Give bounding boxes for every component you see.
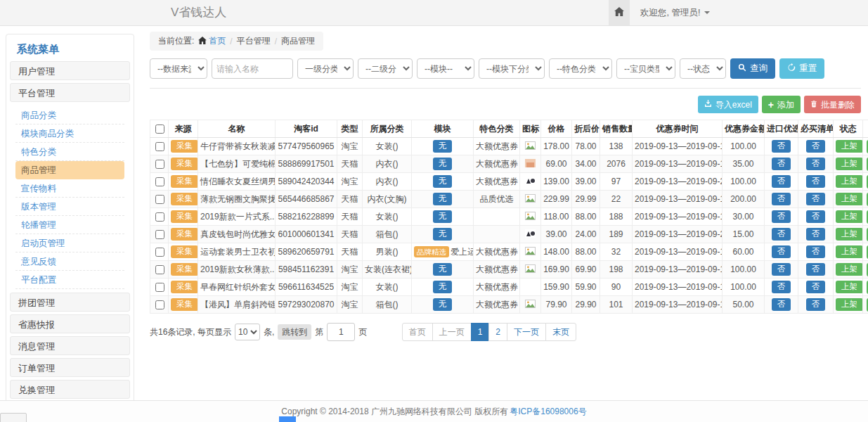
price-cell: 118.00 [541, 208, 572, 226]
import-select-badge[interactable]: 否 [772, 210, 791, 223]
name-search-input[interactable] [212, 58, 293, 79]
status-badge[interactable]: 上架 [836, 175, 863, 188]
pager-page-1-button[interactable]: 1 [471, 323, 490, 341]
import-select-badge[interactable]: 否 [772, 158, 791, 170]
status-badge[interactable]: 上架 [836, 245, 863, 258]
status-badge[interactable]: 上架 [836, 140, 863, 153]
type-cell: 天猫 [337, 191, 363, 208]
search-button-label: 查询 [750, 64, 767, 73]
import-select-badge[interactable]: 否 [772, 245, 791, 258]
import-select-badge[interactable]: 否 [772, 228, 791, 241]
name-cell: 2019新款女秋薄款... [198, 261, 276, 279]
must-buy-badge[interactable]: 否 [806, 158, 826, 170]
pager-last-button[interactable]: 末页 [545, 323, 576, 341]
row-checkbox[interactable] [155, 265, 164, 274]
import-select-badge[interactable]: 否 [772, 175, 791, 188]
icp-link[interactable]: 粤ICP备16098006号 [510, 406, 586, 418]
sidebar-subitem[interactable]: 宣传物料 [15, 179, 124, 198]
pager-next-button[interactable]: 下一页 [507, 323, 546, 341]
feature-cell: 大额优惠券 [474, 243, 520, 261]
status-badge[interactable]: 上架 [836, 281, 863, 293]
filter-select-3[interactable]: --模块-- [417, 58, 474, 79]
sidebar-subitem[interactable]: 商品分类 [15, 106, 124, 124]
status-badge[interactable]: 上架 [836, 158, 863, 170]
sales-cell: 90 [600, 279, 633, 296]
status-badge[interactable]: 上架 [836, 193, 863, 205]
breadcrumb-home-link[interactable]: 首页 [209, 35, 226, 47]
sidebar-subitem[interactable]: 平台配置 [15, 271, 124, 289]
sidebar-item-active[interactable]: 商品管理 [15, 161, 124, 179]
sidebar-subitem[interactable]: 特色分类 [15, 143, 124, 161]
status-badge[interactable]: 上架 [836, 298, 863, 311]
type-cell: 天猫 [337, 226, 363, 243]
filter-select-7[interactable]: --状态-- [680, 58, 726, 79]
filter-select-6[interactable]: --宝贝类型-- [616, 58, 675, 79]
row-checkbox[interactable] [155, 283, 164, 292]
must-buy-badge[interactable]: 否 [806, 140, 826, 153]
row-checkbox[interactable] [155, 177, 164, 186]
import-select-badge[interactable]: 否 [772, 263, 791, 276]
breadcrumb-item-current: 商品管理 [281, 35, 315, 47]
row-checkbox[interactable] [155, 300, 164, 309]
taoke-id-cell: 565446685867 [276, 191, 337, 208]
row-checkbox[interactable] [155, 230, 164, 239]
select-all-checkbox[interactable] [155, 124, 164, 134]
batch-delete-button[interactable]: 批量删除 [804, 96, 861, 113]
reset-button[interactable]: 重置 [779, 58, 824, 79]
jump-button[interactable]: 跳转到 [278, 324, 311, 340]
sidebar-subitem[interactable]: 模块商品分类 [15, 124, 124, 143]
sidebar-section[interactable]: 消息管理 [10, 336, 130, 355]
add-button[interactable]: + 添加 [762, 96, 801, 113]
must-buy-badge[interactable]: 否 [806, 175, 826, 188]
must-buy-badge[interactable]: 否 [806, 298, 826, 311]
sidebar-section[interactable]: 用户管理 [10, 61, 130, 80]
page-number-input[interactable] [327, 323, 355, 341]
home-icon [198, 37, 207, 46]
pager-prev-button[interactable]: 上一页 [432, 323, 472, 341]
divider [150, 88, 861, 89]
row-checkbox[interactable] [155, 142, 164, 151]
filter-select-2[interactable]: --二级分类-- [358, 58, 413, 79]
import-icon [704, 100, 712, 109]
sidebar-subitem[interactable]: 启动页管理 [15, 234, 124, 252]
status-badge[interactable]: 上架 [836, 263, 863, 276]
row-checkbox[interactable] [155, 160, 164, 169]
discount-price-cell: 78.00 [572, 138, 600, 155]
must-buy-badge[interactable]: 否 [806, 281, 826, 293]
filter-select-0[interactable]: --数据来源-- [150, 58, 207, 79]
filter-select-1[interactable]: 一级分类 [297, 58, 354, 79]
pager-page-2-button[interactable]: 2 [488, 323, 507, 341]
import-select-badge[interactable]: 否 [772, 281, 791, 293]
import-select-badge[interactable]: 否 [772, 193, 791, 205]
must-buy-badge[interactable]: 否 [806, 263, 826, 276]
row-checkbox[interactable] [155, 195, 164, 204]
status-badge[interactable]: 上架 [836, 210, 863, 223]
must-buy-badge[interactable]: 否 [806, 210, 826, 223]
must-buy-badge[interactable]: 否 [806, 245, 826, 258]
sidebar-subitem[interactable]: 版本管理 [15, 198, 124, 216]
sidebar-section[interactable]: 兑换管理 [10, 380, 130, 399]
row-checkbox[interactable] [155, 212, 164, 222]
column-header: 必买清单 [798, 120, 834, 138]
filter-select-4[interactable]: --模块下分类-- [479, 58, 545, 79]
filter-select-5[interactable]: --特色分类-- [549, 58, 612, 79]
sidebar-section[interactable]: 订单管理 [10, 358, 130, 377]
import-select-badge[interactable]: 否 [772, 140, 791, 153]
import-excel-button[interactable]: 导入excel [698, 96, 758, 113]
per-page-select[interactable]: 10 [235, 324, 260, 340]
pager-first-button[interactable]: 首页 [402, 323, 433, 341]
must-buy-badge[interactable]: 否 [806, 228, 826, 241]
home-button[interactable] [609, 0, 630, 25]
row-checkbox[interactable] [155, 248, 164, 257]
sidebar-section[interactable]: 拼团管理 [10, 293, 130, 312]
status-badge[interactable]: 上架 [836, 228, 863, 241]
sidebar-subitem[interactable]: 轮播管理 [15, 216, 124, 234]
search-button[interactable]: 查询 [730, 58, 775, 79]
feature-cell: 大额优惠券 [474, 296, 520, 314]
sidebar-subitem[interactable]: 意见反馈 [15, 252, 124, 271]
user-menu[interactable]: 欢迎您, 管理员! [640, 7, 710, 19]
sidebar-section[interactable]: 平台管理 [10, 83, 130, 102]
must-buy-badge[interactable]: 否 [806, 193, 826, 205]
import-select-badge[interactable]: 否 [772, 298, 791, 311]
sidebar-section[interactable]: 省惠快报 [10, 314, 130, 333]
